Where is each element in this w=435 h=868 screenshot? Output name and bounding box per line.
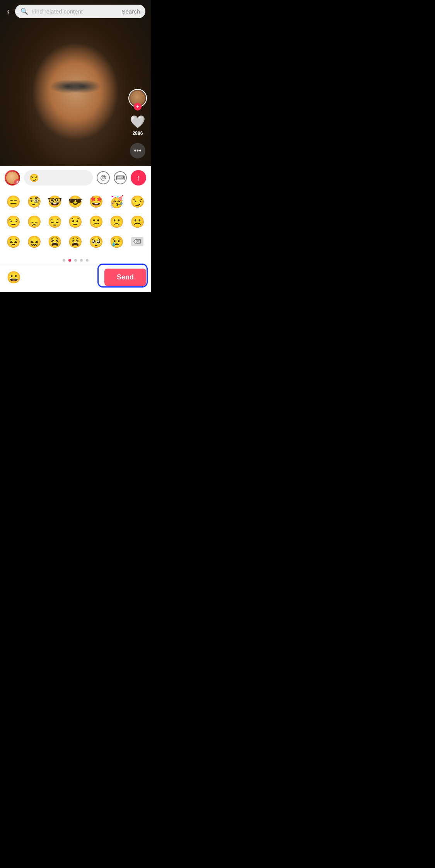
backspace-button[interactable]: ⌫ <box>128 233 146 250</box>
emoji-pleading[interactable]: 🥺 <box>87 233 105 250</box>
search-icon: 🔍 <box>20 8 28 15</box>
send-button[interactable]: Send <box>104 269 146 286</box>
keyboard-button[interactable]: ⌨ <box>114 171 127 184</box>
heart-icon: 🤍 <box>130 114 145 129</box>
comment-emoji: 😏 <box>29 173 39 182</box>
search-input[interactable]: Find related content <box>31 8 118 15</box>
emoji-row-3: 😣 😖 😫 😩 🥺 😢 ⌫ <box>3 233 148 250</box>
backspace-icon: ⌫ <box>131 237 143 246</box>
emoji-row-1: 😑 🧐 🤓 😎 🤩 🥳 😏 <box>3 192 148 210</box>
like-count: 2886 <box>133 131 143 136</box>
emoji-confused[interactable]: 😕 <box>87 213 105 230</box>
emoji-party[interactable]: 🥳 <box>108 192 126 210</box>
emoji-grid: 😑 🧐 🤓 😎 🤩 🥳 😏 😒 😞 😔 😟 😕 🙁 ☹️ 😣 😖 😫 😩 🥺 😢… <box>0 189 151 257</box>
emoji-smirk[interactable]: 😑 <box>5 192 22 210</box>
right-actions: + 🤍 2886 ••• <box>128 89 147 158</box>
like-button[interactable]: 🤍 2886 <box>130 114 145 136</box>
emoji-star-struck[interactable]: 🤩 <box>87 192 105 210</box>
follow-button[interactable]: + <box>134 103 142 111</box>
emoji-monocle[interactable]: 🧐 <box>25 192 43 210</box>
more-icon: ••• <box>134 147 142 155</box>
emoji-pensive[interactable]: 😔 <box>46 213 64 230</box>
page-indicators <box>0 257 151 265</box>
comment-area: ↺ 😏 @ ⌨ ↑ <box>0 166 151 189</box>
send-arrow-icon: ↑ <box>136 174 140 182</box>
search-button[interactable]: Search <box>121 8 140 15</box>
commenter-badge: ↺ <box>14 179 20 186</box>
commenter-avatar: ↺ <box>5 170 20 186</box>
emoji-weary[interactable]: 😩 <box>67 233 84 250</box>
emoji-worried[interactable]: 😟 <box>67 213 84 230</box>
header: ‹ 🔍 Find related content Search <box>0 0 151 23</box>
at-mention-button[interactable]: @ <box>97 171 110 184</box>
comment-send-button[interactable]: ↑ <box>131 170 146 186</box>
dot-3[interactable] <box>74 259 77 262</box>
bottom-bar: 😀 Send <box>0 265 151 292</box>
video-player[interactable]: + 🤍 2886 ••• <box>0 0 151 166</box>
dot-5[interactable] <box>86 259 89 262</box>
dot-4[interactable] <box>80 259 83 262</box>
dot-2[interactable] <box>68 259 71 262</box>
emoji-nerd[interactable]: 🤓 <box>46 192 64 210</box>
emoji-slightly-frown[interactable]: 🙁 <box>108 213 126 230</box>
emoji-confounded[interactable]: 😖 <box>25 233 43 250</box>
smiley-icon: 😀 <box>7 271 21 284</box>
dot-1[interactable] <box>63 259 65 262</box>
more-options-button[interactable]: ••• <box>130 143 145 158</box>
emoji-tired[interactable]: 😫 <box>46 233 64 250</box>
search-bar[interactable]: 🔍 Find related content Search <box>15 5 145 18</box>
emoji-tab-button[interactable]: 😀 <box>5 268 22 286</box>
comment-input[interactable]: 😏 <box>24 170 93 186</box>
emoji-row-2: 😒 😞 😔 😟 😕 🙁 ☹️ <box>3 213 148 230</box>
emoji-smirk2[interactable]: 😏 <box>128 192 146 210</box>
emoji-persevering[interactable]: 😣 <box>5 233 22 250</box>
creator-avatar-wrap[interactable]: + <box>128 89 147 107</box>
emoji-crying[interactable]: 😢 <box>108 233 126 250</box>
emoji-frown[interactable]: ☹️ <box>128 213 146 230</box>
emoji-disappointed[interactable]: 😞 <box>25 213 43 230</box>
emoji-unamused[interactable]: 😒 <box>5 213 22 230</box>
emoji-sunglasses[interactable]: 😎 <box>67 192 84 210</box>
back-button[interactable]: ‹ <box>5 5 11 18</box>
